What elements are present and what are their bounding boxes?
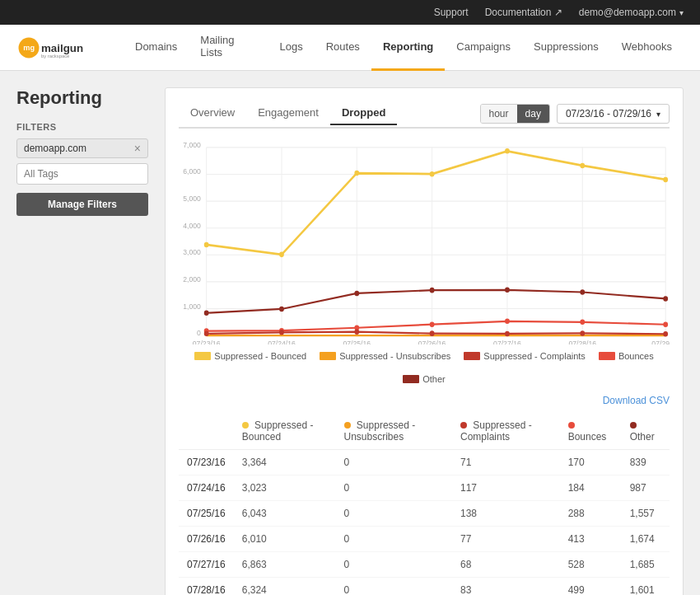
cell-date: 07/24/16 — [179, 476, 234, 501]
cell-unsubs: 0 — [336, 578, 452, 596]
cell-bounced: 6,043 — [234, 501, 336, 527]
svg-point-35 — [279, 252, 284, 258]
cell-complaints: 138 — [452, 501, 560, 527]
nav-routes[interactable]: Routes — [315, 25, 371, 71]
nav-bar: mg mailgun by rackspace Domains Mailing … — [0, 25, 700, 71]
legend-other-label: Other — [422, 374, 446, 384]
hour-day-toggle: hour day — [480, 104, 550, 124]
nav-links: Domains Mailing Lists Logs Routes Report… — [124, 25, 684, 71]
svg-text:07/27/16: 07/27/16 — [493, 340, 521, 344]
svg-point-36 — [354, 171, 359, 176]
dot-complaints — [460, 422, 467, 429]
svg-text:2,000: 2,000 — [183, 274, 201, 283]
cell-other: 1,601 — [622, 578, 670, 596]
svg-text:1,000: 1,000 — [183, 302, 201, 311]
nav-mailing-lists[interactable]: Mailing Lists — [189, 25, 268, 71]
svg-text:07/25/16: 07/25/16 — [343, 340, 371, 344]
svg-point-40 — [663, 177, 668, 183]
svg-point-54 — [663, 322, 668, 328]
cell-complaints: 83 — [452, 578, 560, 596]
cell-bounced: 3,023 — [234, 476, 336, 501]
svg-point-38 — [505, 148, 510, 154]
tab-dropped[interactable]: Dropped — [330, 101, 397, 125]
sidebar: Reporting FILTERS demoapp.com × Manage F… — [16, 87, 148, 595]
svg-text:07/23/16: 07/23/16 — [193, 340, 221, 344]
table-row: 07/27/16 6,863 0 68 528 1,685 — [179, 552, 670, 578]
tabs: Overview Engagement Dropped — [179, 101, 397, 124]
cell-bounced: 3,364 — [234, 450, 336, 476]
cell-other: 839 — [622, 450, 670, 476]
cell-unsubs: 0 — [336, 527, 452, 552]
tab-engagement[interactable]: Engagement — [246, 101, 330, 125]
cell-other: 1,557 — [622, 501, 670, 527]
svg-point-47 — [663, 296, 668, 302]
account-menu[interactable]: demo@demoapp.com — [579, 7, 684, 18]
svg-point-51 — [430, 321, 435, 327]
chart-legend: Suppressed - Bounced Suppressed - Unsubs… — [179, 351, 670, 384]
svg-text:0: 0 — [197, 329, 201, 338]
svg-point-45 — [505, 288, 510, 293]
date-range-picker[interactable]: 07/23/16 - 07/29/16 — [557, 104, 670, 124]
cell-bounced: 6,010 — [234, 527, 336, 552]
cell-other: 1,674 — [622, 527, 670, 552]
col-other: Other — [622, 413, 670, 450]
cell-bounces: 184 — [560, 476, 622, 501]
table-row: 07/23/16 3,364 0 71 170 839 — [179, 450, 670, 476]
download-csv-link[interactable]: Download CSV — [603, 395, 670, 406]
legend-complaints-label: Suppressed - Complaints — [483, 351, 586, 361]
top-bar: Support Documentation ↗ demo@demoapp.com — [0, 0, 700, 25]
cell-complaints: 117 — [452, 476, 560, 501]
external-link-icon: ↗ — [554, 7, 562, 18]
dot-unsubs — [344, 422, 351, 429]
legend-other: Other — [403, 374, 446, 384]
svg-point-56 — [279, 330, 284, 335]
legend-unsubs-label: Suppressed - Unsubscribes — [339, 351, 450, 361]
manage-filters-button[interactable]: Manage Filters — [16, 193, 148, 216]
day-button[interactable]: day — [517, 105, 549, 123]
dot-other — [630, 422, 637, 429]
content-area: Overview Engagement Dropped hour day 07/… — [165, 87, 684, 595]
nav-campaigns[interactable]: Campaigns — [445, 25, 522, 71]
nav-domains[interactable]: Domains — [124, 25, 189, 71]
table-row: 07/24/16 3,023 0 117 184 987 — [179, 476, 670, 501]
legend-complaints: Suppressed - Complaints — [464, 351, 586, 361]
svg-point-43 — [354, 291, 359, 297]
cell-unsubs: 0 — [336, 552, 452, 578]
legend-unsubs-color — [320, 352, 336, 360]
legend-bounces-color — [599, 352, 615, 360]
all-tags-input[interactable] — [16, 163, 148, 185]
svg-point-58 — [430, 330, 435, 336]
support-link[interactable]: Support — [434, 7, 469, 18]
table-header-row: Suppressed - Bounced Suppressed - Unsubs… — [179, 413, 670, 450]
logo[interactable]: mg mailgun by rackspace — [16, 33, 99, 63]
col-bounced: Suppressed - Bounced — [234, 413, 336, 450]
svg-text:7,000: 7,000 — [183, 140, 201, 149]
svg-text:mg: mg — [23, 44, 35, 52]
svg-point-41 — [204, 310, 209, 316]
nav-reporting[interactable]: Reporting — [371, 25, 445, 71]
nav-logs[interactable]: Logs — [268, 25, 314, 71]
table-row: 07/25/16 6,043 0 138 288 1,557 — [179, 501, 670, 527]
documentation-link[interactable]: Documentation ↗ — [485, 7, 562, 18]
chart-area: 0 1,000 2,000 3,000 4,000 5,000 6,000 7,… — [179, 138, 670, 344]
cell-unsubs: 0 — [336, 450, 452, 476]
svg-text:3,000: 3,000 — [183, 248, 201, 257]
cell-bounces: 499 — [560, 578, 622, 596]
legend-other-color — [403, 375, 419, 383]
remove-filter-button[interactable]: × — [134, 143, 141, 154]
svg-point-53 — [580, 320, 585, 326]
hour-button[interactable]: hour — [481, 105, 517, 123]
svg-text:07/26/16: 07/26/16 — [418, 340, 446, 344]
svg-text:07/28/16: 07/28/16 — [568, 340, 596, 344]
legend-unsubs: Suppressed - Unsubscribes — [320, 351, 450, 361]
nav-webhooks[interactable]: Webhooks — [610, 25, 684, 71]
page-title: Reporting — [16, 87, 148, 109]
nav-suppressions[interactable]: Suppressions — [522, 25, 610, 71]
cell-bounces: 528 — [560, 552, 622, 578]
svg-point-61 — [663, 331, 668, 337]
col-bounces: Bounces — [560, 413, 622, 450]
download-csv-section: Download CSV — [179, 394, 670, 406]
dot-bounces — [568, 422, 575, 429]
svg-point-46 — [580, 289, 585, 295]
tab-overview[interactable]: Overview — [179, 101, 246, 125]
